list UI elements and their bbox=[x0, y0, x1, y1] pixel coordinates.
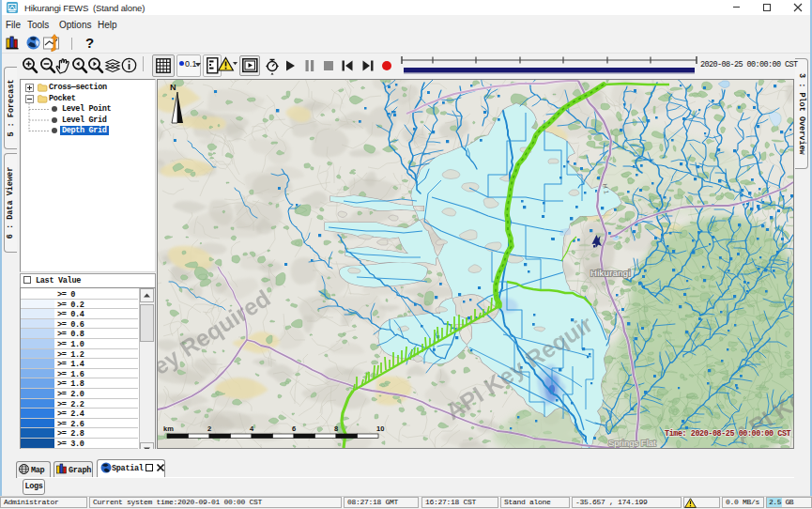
svg-text:2: 2 bbox=[207, 424, 211, 433]
svg-text:Time: 2020-08-25 00:00:00 CST: Time: 2020-08-25 00:00:00 CST bbox=[665, 429, 791, 439]
svg-text:8: 8 bbox=[334, 424, 338, 433]
svg-text:N: N bbox=[170, 83, 176, 92]
svg-text:10: 10 bbox=[376, 424, 384, 433]
svg-text:6: 6 bbox=[292, 424, 296, 433]
svg-text:Springs Flat: Springs Flat bbox=[608, 438, 656, 448]
svg-text:Hikurangi: Hikurangi bbox=[590, 268, 631, 278]
svg-text:km: km bbox=[163, 424, 174, 433]
